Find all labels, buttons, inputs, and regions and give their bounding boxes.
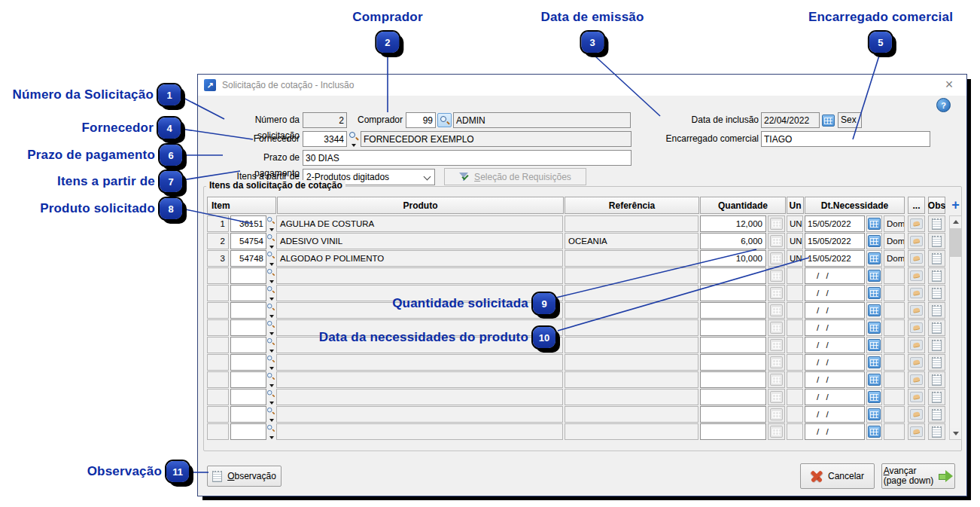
date-calendar-button[interactable] bbox=[866, 233, 882, 249]
row-observation-button[interactable] bbox=[928, 250, 945, 267]
vertical-scrollbar[interactable] bbox=[949, 215, 962, 440]
date-calendar-button[interactable] bbox=[866, 302, 882, 319]
product-code-field[interactable] bbox=[230, 406, 266, 423]
date-calendar-button[interactable] bbox=[866, 371, 882, 388]
date-calendar-button[interactable] bbox=[866, 354, 882, 371]
quantity-field[interactable]: 12,000 bbox=[700, 215, 766, 232]
need-date-field[interactable]: / / bbox=[805, 267, 865, 284]
quantity-field[interactable] bbox=[700, 423, 766, 440]
product-code-field[interactable] bbox=[230, 319, 266, 336]
row-observation-button[interactable] bbox=[928, 233, 945, 249]
need-date-field[interactable]: / / bbox=[805, 406, 865, 423]
need-date-field[interactable]: / / bbox=[805, 389, 865, 405]
need-date-field[interactable]: 15/05/2022 bbox=[805, 250, 865, 267]
more-options-button[interactable] bbox=[908, 250, 925, 267]
product-search-control[interactable] bbox=[266, 319, 276, 336]
product-search-control[interactable] bbox=[266, 233, 276, 249]
row-observation-button[interactable] bbox=[928, 337, 945, 353]
quantity-field[interactable] bbox=[700, 406, 766, 423]
product-code-field[interactable] bbox=[230, 354, 266, 371]
need-date-field[interactable]: 15/05/2022 bbox=[805, 233, 865, 249]
more-options-button[interactable] bbox=[908, 267, 925, 284]
row-observation-button[interactable] bbox=[928, 423, 945, 440]
quantity-field[interactable] bbox=[700, 337, 766, 353]
more-options-button[interactable] bbox=[908, 215, 925, 232]
quantity-calculator-button[interactable] bbox=[768, 406, 785, 423]
quantity-calculator-button[interactable] bbox=[768, 250, 785, 267]
avancar-button[interactable]: Avançar (page down) bbox=[881, 463, 955, 489]
product-code-field[interactable]: 36151 bbox=[230, 215, 266, 232]
product-search-control[interactable] bbox=[266, 215, 276, 232]
row-observation-button[interactable] bbox=[928, 389, 945, 405]
need-date-field[interactable]: / / bbox=[805, 319, 865, 336]
product-search-control[interactable] bbox=[266, 302, 276, 319]
comprador-name-field[interactable] bbox=[453, 112, 631, 128]
more-options-button[interactable] bbox=[908, 319, 925, 336]
need-date-field[interactable]: 15/05/2022 bbox=[805, 215, 865, 232]
close-icon[interactable]: × bbox=[941, 77, 957, 93]
product-search-control[interactable] bbox=[266, 406, 276, 423]
comprador-search-button[interactable] bbox=[437, 113, 452, 127]
product-search-control[interactable] bbox=[266, 354, 276, 371]
more-options-button[interactable] bbox=[908, 423, 925, 440]
selecao-requisicoes-button[interactable]: Seleção de Requisições bbox=[444, 168, 586, 185]
quantity-field[interactable]: 6,000 bbox=[700, 233, 766, 249]
product-search-control[interactable] bbox=[266, 389, 276, 405]
quantity-calculator-button[interactable] bbox=[768, 319, 785, 336]
row-observation-button[interactable] bbox=[928, 371, 945, 388]
quantity-field[interactable] bbox=[700, 267, 766, 284]
product-search-control[interactable] bbox=[266, 267, 276, 284]
row-observation-button[interactable] bbox=[928, 406, 945, 423]
data-inclusao-field[interactable] bbox=[761, 112, 820, 128]
quantity-field[interactable]: 10,000 bbox=[700, 250, 766, 267]
data-inclusao-calendar-button[interactable] bbox=[821, 113, 835, 127]
quantity-calculator-button[interactable] bbox=[768, 354, 785, 371]
scroll-up-button[interactable] bbox=[950, 216, 961, 228]
fornecedor-name-field[interactable] bbox=[361, 131, 632, 147]
more-options-button[interactable] bbox=[908, 406, 925, 423]
date-calendar-button[interactable] bbox=[866, 389, 882, 405]
date-calendar-button[interactable] bbox=[866, 285, 882, 301]
more-options-button[interactable] bbox=[908, 354, 925, 371]
date-calendar-button[interactable] bbox=[866, 423, 882, 440]
quantity-calculator-button[interactable] bbox=[768, 371, 785, 388]
product-code-field[interactable] bbox=[230, 423, 266, 440]
help-button[interactable]: ? bbox=[936, 98, 951, 112]
product-code-field[interactable] bbox=[230, 371, 266, 388]
date-calendar-button[interactable] bbox=[866, 250, 882, 267]
date-calendar-button[interactable] bbox=[866, 337, 882, 353]
quantity-calculator-button[interactable] bbox=[768, 285, 785, 301]
quantity-calculator-button[interactable] bbox=[768, 233, 785, 249]
fornecedor-code-field[interactable] bbox=[303, 131, 347, 147]
date-calendar-button[interactable] bbox=[866, 406, 882, 423]
quantity-calculator-button[interactable] bbox=[768, 337, 785, 353]
row-observation-button[interactable] bbox=[928, 354, 945, 371]
need-date-field[interactable]: / / bbox=[805, 302, 865, 319]
more-options-button[interactable] bbox=[908, 302, 925, 319]
scroll-down-button[interactable] bbox=[950, 428, 961, 439]
product-code-field[interactable] bbox=[230, 285, 266, 301]
product-code-field[interactable]: 54754 bbox=[230, 233, 266, 249]
product-code-field[interactable]: 54748 bbox=[230, 250, 266, 267]
row-observation-button[interactable] bbox=[928, 302, 945, 319]
need-date-field[interactable]: / / bbox=[805, 285, 865, 301]
date-calendar-button[interactable] bbox=[866, 319, 882, 336]
quantity-field[interactable] bbox=[700, 302, 766, 319]
product-code-field[interactable] bbox=[230, 267, 266, 284]
quantity-field[interactable] bbox=[700, 319, 766, 336]
comprador-code-field[interactable] bbox=[406, 112, 436, 128]
fornecedor-search-control[interactable] bbox=[348, 132, 358, 147]
more-options-button[interactable] bbox=[908, 371, 925, 388]
product-search-control[interactable] bbox=[266, 250, 276, 267]
more-options-button[interactable] bbox=[908, 337, 925, 353]
product-code-field[interactable] bbox=[230, 389, 266, 405]
need-date-field[interactable]: / / bbox=[805, 337, 865, 353]
date-calendar-button[interactable] bbox=[866, 267, 882, 284]
quantity-field[interactable] bbox=[700, 371, 766, 388]
prazo-pagamento-field[interactable] bbox=[303, 150, 632, 166]
product-search-control[interactable] bbox=[266, 371, 276, 388]
scrollbar-thumb[interactable] bbox=[950, 228, 961, 257]
product-code-field[interactable] bbox=[230, 302, 266, 319]
need-date-field[interactable]: / / bbox=[805, 354, 865, 371]
quantity-field[interactable] bbox=[700, 285, 766, 301]
